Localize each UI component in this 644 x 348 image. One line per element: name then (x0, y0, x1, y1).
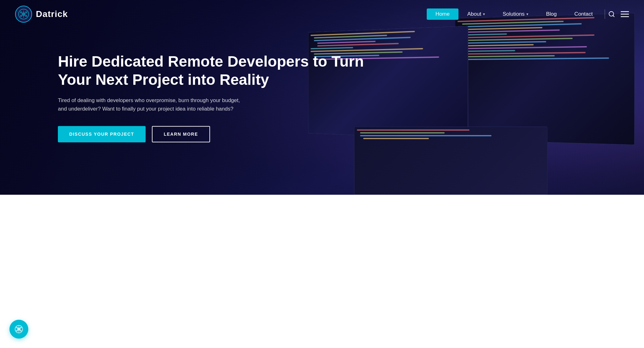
nav-links: Home About ▾ Solutions ▾ Blog Contact (427, 8, 629, 20)
menu-button[interactable] (621, 11, 629, 18)
logo-text: Datrick (36, 9, 68, 19)
discuss-project-button[interactable]: DISCUSS YOUR PROJECT (58, 126, 145, 142)
svg-line-13 (613, 15, 614, 17)
hero-section: Hire Dedicated Remote Developers to Turn… (0, 0, 644, 195)
floating-badge-button[interactable] (9, 320, 28, 339)
hero-content: Hire Dedicated Remote Developers to Turn… (58, 52, 393, 142)
search-icon (608, 11, 615, 18)
hero-buttons: DISCUSS YOUR PROJECT LEARN MORE (58, 126, 393, 142)
nav-home[interactable]: Home (427, 8, 458, 20)
navbar: Datrick Home About ▾ Solutions ▾ Blog Co… (0, 0, 644, 28)
solutions-chevron-icon: ▾ (526, 12, 528, 16)
nav-blog[interactable]: Blog (537, 8, 565, 20)
nav-about[interactable]: About ▾ (458, 8, 494, 20)
nav-solutions[interactable]: Solutions ▾ (494, 8, 537, 20)
below-hero-section (0, 195, 644, 348)
search-button[interactable] (608, 11, 615, 18)
about-chevron-icon: ▾ (483, 12, 485, 16)
logo[interactable]: Datrick (15, 6, 68, 23)
monitor-right (455, 13, 635, 145)
nav-divider (605, 9, 605, 19)
floating-icon (14, 324, 24, 334)
logo-icon (15, 6, 32, 23)
nav-contact[interactable]: Contact (565, 8, 602, 20)
learn-more-button[interactable]: LEARN MORE (152, 126, 210, 142)
hamburger-icon (621, 11, 629, 18)
svg-point-18 (17, 328, 20, 331)
svg-point-1 (22, 12, 25, 16)
hero-subtitle: Tired of dealing with developers who ove… (58, 96, 240, 113)
hero-title: Hire Dedicated Remote Developers to Turn… (58, 52, 393, 89)
nav-icons (608, 11, 629, 18)
